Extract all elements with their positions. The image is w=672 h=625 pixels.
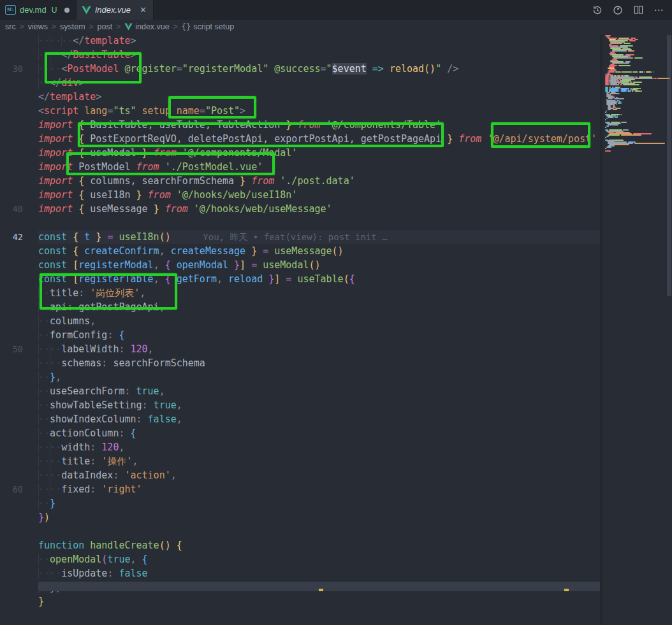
code-line-text[interactable]: ····width: 120,: [38, 440, 600, 454]
code-line-text[interactable]: ··formConfig: {: [38, 328, 600, 342]
code-line: const { createConfirm, createMessage } =…: [0, 244, 600, 258]
code-line-text[interactable]: import { useModal } from '@/components/M…: [38, 146, 600, 160]
code-line-text[interactable]: import { PostExportReqVO, deletePostApi,…: [38, 132, 600, 146]
code-line-text[interactable]: ····<PostModel @register="registerModal"…: [38, 62, 600, 76]
code-line-text[interactable]: ··actionColumn: {: [38, 426, 600, 440]
code-line-text[interactable]: import { useMessage } from '@/hooks/web/…: [38, 202, 600, 216]
tab-indexvue[interactable]: index.vue ✕: [77, 0, 154, 20]
line-number: [0, 566, 38, 580]
breadcrumb-label: system: [60, 22, 85, 31]
code-line-text[interactable]: [38, 216, 600, 230]
code-line: ··api: getPostPageApi,: [0, 300, 600, 314]
code-line: ··}: [0, 496, 600, 510]
breadcrumb-item-views[interactable]: views: [28, 22, 48, 31]
code-line-text[interactable]: import { BasicTable, useTable, TableActi…: [38, 118, 600, 132]
code-line-text[interactable]: ··showTableSetting: true,: [38, 398, 600, 412]
code-line-text[interactable]: ····labelWidth: 120,: [38, 342, 600, 356]
line-number: [0, 412, 38, 426]
line-number: [0, 594, 38, 608]
tab-devmd[interactable]: M↓ dev.md U: [0, 0, 77, 20]
code-line: ····</BasicTable>: [0, 48, 600, 62]
line-number: [0, 608, 38, 622]
breadcrumb-item-script-setup[interactable]: {}script setup: [182, 22, 234, 31]
code-line-text[interactable]: ····schemas: searchFormSchema: [38, 356, 600, 370]
code-line-text[interactable]: import PostModel from './PostModel.vue': [38, 160, 600, 174]
code-line-text[interactable]: }: [38, 594, 600, 608]
vue-icon: [82, 6, 91, 15]
code-line-text[interactable]: ····</BasicTable>: [38, 48, 600, 62]
line-number: [0, 174, 38, 188]
split-editor-icon[interactable]: [632, 4, 644, 16]
line-number: [0, 34, 38, 48]
code-line: 42const { t } = useI18n()You, 昨天 • feat(…: [0, 230, 600, 244]
line-number: [0, 272, 38, 286]
code-line-text[interactable]: ··},: [38, 370, 600, 384]
clipped-text-fragment: [319, 589, 323, 591]
breadcrumb-item-post[interactable]: post: [98, 22, 113, 31]
partial-next-line: [38, 582, 600, 591]
line-number: [0, 496, 38, 510]
code-line-text[interactable]: import { columns, searchFormSchema } fro…: [38, 174, 600, 188]
code-line-text[interactable]: function handleCreate() {: [38, 538, 600, 552]
breadcrumb-item-system[interactable]: system: [60, 22, 85, 31]
code-line-text[interactable]: import { useI18n } from '@/hooks/web/use…: [38, 188, 600, 202]
line-number: [0, 370, 38, 384]
code-line: ··},: [0, 370, 600, 384]
git-status-badge: U: [52, 6, 57, 15]
code-line-text[interactable]: ····dataIndex: 'action',: [38, 468, 600, 482]
code-line-text[interactable]: ··showIndexColumn: false,: [38, 412, 600, 426]
code-line: import PostModel from './PostModel.vue': [0, 160, 600, 174]
vscode-window: M↓ dev.md U index.vue ✕: [0, 0, 672, 625]
code-line-text[interactable]: ··title: '岗位列表',: [38, 286, 600, 300]
code-line: import { BasicTable, useTable, TableActi…: [0, 118, 600, 132]
code-line-text[interactable]: const [registerModal, { openModal }] = u…: [38, 258, 600, 272]
more-actions-icon[interactable]: ⋯: [653, 4, 664, 16]
code-line-text[interactable]: [38, 608, 600, 622]
code-line: const [registerTable, { getForm, reload …: [0, 272, 600, 286]
line-number: [0, 454, 38, 468]
code-line: 60····fixed: 'right': [0, 482, 600, 496]
code-line: ······</template>: [0, 34, 600, 48]
code-line-text[interactable]: ··api: getPostPageApi,: [38, 300, 600, 314]
code-line-text[interactable]: ··}: [38, 496, 600, 510]
code-line-text[interactable]: ··</div>: [38, 76, 600, 90]
breadcrumb: src>views>system>post>index.vue>{}script…: [0, 20, 672, 34]
unsaved-dot-icon[interactable]: [64, 8, 69, 13]
code-line-text[interactable]: ··openModal(true, {: [38, 552, 600, 566]
breadcrumb-separator: >: [20, 22, 24, 31]
git-blame-annotation: You, 昨天 • feat(view): post init …: [171, 232, 388, 242]
code-line: 50····labelWidth: 120,: [0, 342, 600, 356]
history-icon[interactable]: [592, 4, 603, 16]
scrollbar-slider[interactable]: [667, 35, 671, 296]
code-line-text[interactable]: const { createConfirm, createMessage } =…: [38, 244, 600, 258]
breadcrumb-item-index-vue[interactable]: index.vue: [124, 22, 170, 31]
code-line-text[interactable]: const { t } = useI18n()You, 昨天 • feat(vi…: [38, 230, 600, 244]
code-line: ··columns,: [0, 314, 600, 328]
line-number: [0, 216, 38, 230]
breadcrumb-item-src[interactable]: src: [5, 22, 16, 31]
code-line: </template>: [0, 90, 600, 104]
code-line-text[interactable]: ····fixed: 'right': [38, 482, 600, 496]
close-icon[interactable]: ✕: [140, 5, 147, 15]
code-editor[interactable]: ······</template>····</BasicTable>30····…: [0, 34, 600, 625]
code-line: ··actionColumn: {: [0, 426, 600, 440]
code-line-text[interactable]: const [registerTable, { getForm, reload …: [38, 272, 600, 286]
open-changes-icon[interactable]: [612, 4, 624, 16]
breadcrumb-label: views: [28, 22, 48, 31]
line-number: 50: [0, 342, 38, 356]
line-number: 60: [0, 482, 38, 496]
line-number: [0, 76, 38, 90]
code-line-text[interactable]: </template>: [38, 90, 600, 104]
code-line: ··openModal(true, {: [0, 552, 600, 566]
line-number: [0, 398, 38, 412]
minimap[interactable]: [600, 34, 672, 625]
code-line-text[interactable]: <script lang="ts" setup name="Post">: [38, 104, 600, 118]
code-line-text[interactable]: ····isUpdate: false: [38, 566, 600, 580]
code-line-text[interactable]: ······</template>: [38, 34, 600, 48]
code-line-text[interactable]: }): [38, 510, 600, 524]
code-line-text[interactable]: [38, 524, 600, 538]
code-line-text[interactable]: ····title: '操作',: [38, 454, 600, 468]
tab-label: index.vue: [95, 5, 131, 15]
code-line-text[interactable]: ··useSearchForm: true,: [38, 384, 600, 398]
code-line-text[interactable]: ··columns,: [38, 314, 600, 328]
